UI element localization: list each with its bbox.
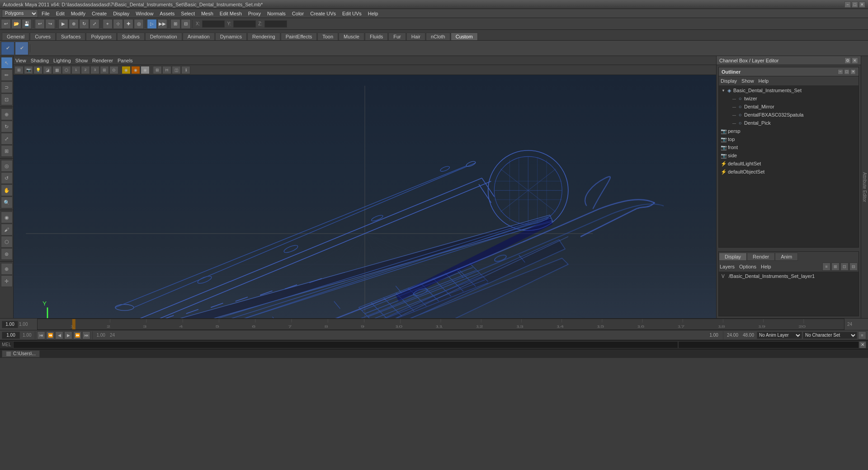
shelf-tab-hair[interactable]: Hair <box>406 33 425 40</box>
close-button[interactable]: ✕ <box>859 1 865 8</box>
vp-menu-shading[interactable]: Shading <box>31 58 49 63</box>
tool-extrude[interactable]: ⊛ <box>1 248 13 260</box>
menu-edit-mesh[interactable]: Edit Mesh <box>217 10 245 17</box>
timeline[interactable]: 1.00 1 2 3 4 5 6 7 8 9 10 11 12 13 14 15… <box>0 318 868 330</box>
outliner-menu-show[interactable]: Show <box>741 78 754 84</box>
menu-proxy[interactable]: Proxy <box>245 10 264 17</box>
cmd-clear-btn[interactable]: ✕ <box>859 341 866 348</box>
shelf-tab-animation[interactable]: Animation <box>183 33 215 40</box>
outliner-maximize[interactable]: □ <box>844 69 849 75</box>
layer-btn-4[interactable]: ⊟ <box>849 263 858 271</box>
shelf-tab-dynamics[interactable]: Dynamics <box>215 33 247 40</box>
outliner-close[interactable]: ✕ <box>850 69 856 75</box>
vp-btn-textures[interactable]: ⊞ <box>100 66 109 74</box>
outliner-item-dental-mirror[interactable]: — ○ Dental_Mirror <box>720 103 858 111</box>
toolbar-scale[interactable]: ⤢ <box>90 19 99 29</box>
tool-soft-sel[interactable]: ◉ <box>1 212 13 223</box>
vp-btn-yellow[interactable]: ◉ <box>122 66 131 74</box>
menu-file[interactable]: File <box>39 10 52 17</box>
shelf-tab-general[interactable]: General <box>2 33 29 40</box>
outliner-minimize[interactable]: − <box>838 69 843 75</box>
go-to-end-btn[interactable]: ⏭ <box>82 331 90 339</box>
tool-create-poly[interactable]: ⬡ <box>1 236 13 248</box>
tool-lasso[interactable]: ⊃ <box>1 81 13 93</box>
vp-btn-shading[interactable]: ◪ <box>43 66 52 74</box>
tool-scale[interactable]: ⤢ <box>1 133 13 145</box>
layers-menu[interactable]: Layers <box>720 264 735 269</box>
toolbar-snap-2[interactable]: ⊹ <box>113 19 123 29</box>
tool-zoom[interactable]: 🔍 <box>1 197 13 208</box>
shelf-tab-toon[interactable]: Toon <box>317 33 338 40</box>
tool-pan[interactable]: ✋ <box>1 184 13 196</box>
shelf-icon-1[interactable]: ✔ <box>1 42 14 55</box>
menu-select[interactable]: Select <box>178 10 198 17</box>
attr-editor-label[interactable]: Attribute Editor <box>862 172 867 202</box>
options-menu[interactable]: Options <box>739 264 756 269</box>
timeline-ruler[interactable]: 1 2 3 4 5 6 7 8 9 10 11 12 13 14 15 16 1… <box>37 319 844 330</box>
shelf-tab-deformation[interactable]: Deformation <box>145 33 182 40</box>
tool-select[interactable]: ↖ <box>1 57 13 69</box>
shelf-tab-curves[interactable]: Curves <box>30 33 56 40</box>
anim-layer-dropdown[interactable]: No Anim Layer <box>757 332 802 339</box>
x-field[interactable] <box>202 20 225 28</box>
toolbar-btn-5[interactable]: ↪ <box>45 19 55 29</box>
outliner-item-front[interactable]: 📷 front <box>720 143 858 151</box>
menu-normals[interactable]: Normals <box>264 10 288 17</box>
vp-btn-cam[interactable]: 📷 <box>24 66 33 74</box>
step-fwd-btn[interactable]: ⏩ <box>73 331 81 339</box>
go-to-start-btn[interactable]: ⏮ <box>37 331 45 339</box>
shelf-tab-custom[interactable]: Custom <box>451 33 478 40</box>
vp-btn-res-hi[interactable]: 3 <box>90 66 99 74</box>
vp-btn-smooth[interactable]: ⬡ <box>62 66 71 74</box>
menu-create[interactable]: Create <box>89 10 109 17</box>
toolbar-rotate[interactable]: ↻ <box>79 19 89 29</box>
vp-btn-res-low[interactable]: 1 <box>71 66 80 74</box>
menu-edit-uvs[interactable]: Edit UVs <box>340 10 364 17</box>
tool-artisan[interactable]: 🖌 <box>1 224 13 235</box>
mode-dropdown[interactable]: Polygons <box>2 9 38 18</box>
outliner-item-twizer[interactable]: — ○ twizer <box>720 94 858 103</box>
timeline-start-field[interactable] <box>2 321 18 328</box>
vp-btn-white[interactable]: ◉ <box>141 66 150 74</box>
shelf-tab-fur[interactable]: Fur <box>388 33 406 40</box>
layer-btn-2[interactable]: ⊞ <box>831 263 840 271</box>
vp-btn-res-med[interactable]: 2 <box>81 66 90 74</box>
toolbar-move[interactable]: ⊕ <box>69 19 79 29</box>
vp-menu-lighting[interactable]: Lighting <box>53 58 71 63</box>
tool-rotate[interactable]: ↻ <box>1 121 13 132</box>
layer-item-1[interactable]: V /Basic_Dental_Instruments_Set_layer1 <box>720 273 858 280</box>
tool-axis[interactable]: ✛ <box>1 275 13 287</box>
toolbar-btn-2[interactable]: 📂 <box>11 19 21 29</box>
layer-tab-render[interactable]: Render <box>747 253 775 261</box>
layer-tab-display[interactable]: Display <box>719 253 747 261</box>
tool-orbit[interactable]: ↺ <box>1 172 13 184</box>
vp-menu-panels[interactable]: Panels <box>118 58 133 63</box>
play-back-btn[interactable]: ◀ <box>55 331 63 339</box>
menu-create-uvs[interactable]: Create UVs <box>307 10 339 17</box>
layer-tab-anim[interactable]: Anim <box>775 253 798 261</box>
outliner-item-default-light-set[interactable]: ⚡ defaultLightSet <box>720 160 858 168</box>
toolbar-btn-4[interactable]: ↩ <box>35 19 45 29</box>
3d-viewport[interactable]: X Y y <box>14 75 716 318</box>
menu-edit[interactable]: Edit <box>53 10 67 17</box>
outliner-menu-help[interactable]: Help <box>759 78 769 84</box>
toolbar-show-all[interactable]: ⊞ <box>170 19 180 29</box>
vp-btn-hud[interactable]: H <box>162 66 171 74</box>
minimize-button[interactable]: − <box>844 1 851 8</box>
layer-btn-1[interactable]: ≡ <box>822 263 830 271</box>
menu-help[interactable]: Help <box>365 10 381 17</box>
toolbar-hide[interactable]: ⊟ <box>181 19 191 29</box>
shelf-tab-fluids[interactable]: Fluids <box>365 33 388 40</box>
tool-show-manip[interactable]: ⊕ <box>1 263 13 275</box>
cb-close-btn[interactable]: ✕ <box>852 57 858 64</box>
vp-menu-view[interactable]: View <box>15 58 26 63</box>
toolbar-render[interactable]: ▷ <box>147 19 157 29</box>
shelf-tab-painteffects[interactable]: PaintEffects <box>281 33 317 40</box>
help-menu[interactable]: Help <box>761 264 771 269</box>
outliner-item-spatula[interactable]: — ○ DentalFBXASC032Spatula <box>720 111 858 119</box>
vp-menu-renderer[interactable]: Renderer <box>92 58 113 63</box>
maximize-button[interactable]: □ <box>852 1 858 8</box>
menu-mesh[interactable]: Mesh <box>198 10 216 17</box>
toolbar-snap-4[interactable]: ◎ <box>134 19 144 29</box>
toolbar-select[interactable]: ▶ <box>58 19 68 29</box>
